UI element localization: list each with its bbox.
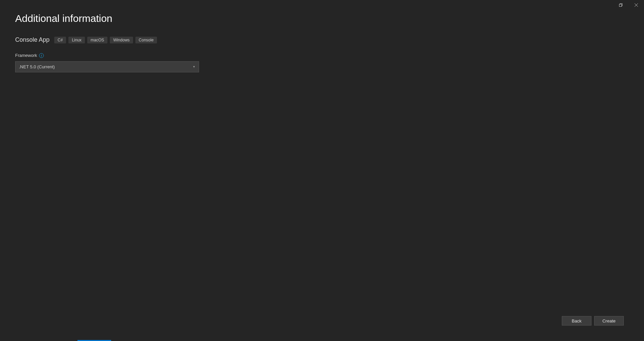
footer-buttons: Back Create [562, 316, 624, 326]
tag-linux: Linux [68, 37, 85, 43]
info-icon[interactable]: i [39, 53, 44, 58]
framework-dropdown[interactable]: .NET 5.0 (Current) ▼ [15, 61, 199, 72]
main-content: Additional information Console App C# Li… [0, 0, 644, 85]
framework-label: Framework [15, 53, 37, 58]
tag-macos: macOS [87, 37, 107, 43]
tag-csharp: C# [54, 37, 66, 43]
back-button[interactable]: Back [562, 316, 591, 326]
window-controls [613, 0, 644, 10]
close-button[interactable] [629, 0, 644, 10]
maximize-icon [619, 3, 622, 7]
template-row: Console App C# Linux macOS Windows Conso… [15, 36, 629, 43]
framework-selected-value: .NET 5.0 (Current) [19, 64, 55, 69]
tag-console: Console [135, 37, 157, 43]
chevron-down-icon: ▼ [193, 65, 195, 68]
framework-label-row: Framework i [15, 53, 629, 58]
tag-windows: Windows [110, 37, 133, 43]
svg-rect-0 [619, 4, 622, 7]
template-tags: C# Linux macOS Windows Console [54, 37, 157, 43]
create-button[interactable]: Create [594, 316, 624, 326]
close-icon [635, 3, 638, 7]
page-title: Additional information [15, 13, 629, 24]
maximize-button[interactable] [613, 0, 629, 10]
template-name: Console App [15, 36, 50, 43]
